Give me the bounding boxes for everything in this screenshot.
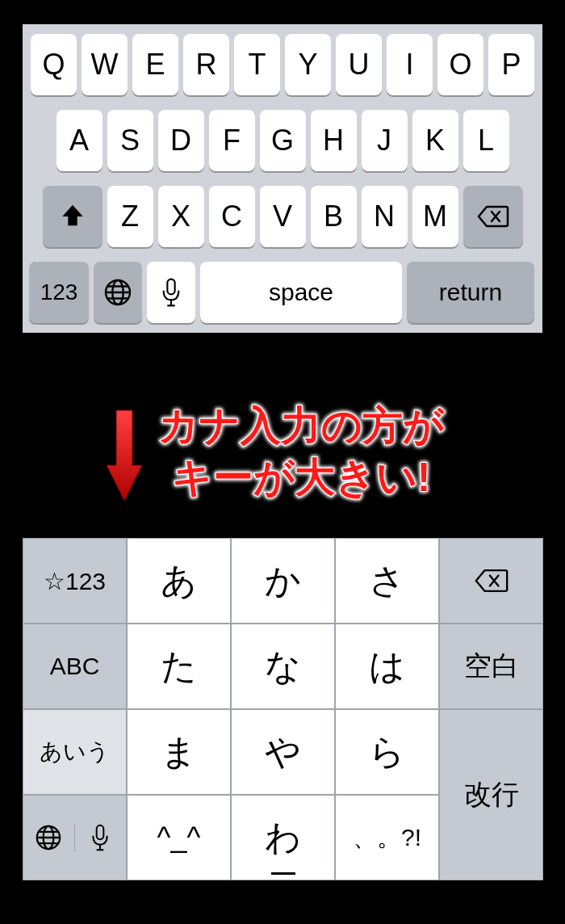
kana-wa-label: わ: [265, 814, 301, 862]
qwerty-row-2: A S D F G H J K L: [29, 110, 536, 171]
qwerty-row-1: Q W E R T Y U I O P: [29, 34, 536, 95]
kana-keyboard: ☆123 あ か さ ABC た な は 空白 あいう ま や ら 改行: [23, 538, 543, 880]
kana-space-key[interactable]: 空白: [439, 624, 543, 709]
qwerty-row-3: Z X C V B N M: [29, 186, 536, 247]
key-j[interactable]: J: [362, 110, 408, 171]
key-o[interactable]: O: [437, 34, 483, 95]
kana-ma-key[interactable]: ま: [127, 709, 231, 795]
key-q[interactable]: Q: [31, 34, 77, 95]
key-x[interactable]: X: [158, 186, 204, 247]
mic-key[interactable]: [147, 262, 195, 323]
annotation-line-1: カナ入力の方が: [158, 400, 444, 452]
key-r[interactable]: R: [183, 34, 229, 95]
key-c[interactable]: C: [209, 186, 255, 247]
key-t[interactable]: T: [234, 34, 280, 95]
backspace-key[interactable]: [463, 186, 523, 247]
key-y[interactable]: Y: [285, 34, 331, 95]
backspace-icon: [474, 568, 509, 594]
kana-mic-key[interactable]: [75, 822, 127, 853]
kana-sa-key[interactable]: さ: [335, 538, 439, 624]
kana-abc-key[interactable]: ABC: [23, 624, 127, 709]
kana-ra-key[interactable]: ら: [335, 709, 439, 795]
switch-123-key[interactable]: 123: [29, 262, 89, 323]
key-p[interactable]: P: [488, 34, 534, 95]
globe-icon: [35, 824, 62, 851]
svg-rect-5: [97, 825, 104, 839]
key-k[interactable]: K: [412, 110, 458, 171]
key-w[interactable]: W: [82, 34, 128, 95]
backspace-icon: [477, 204, 509, 229]
kana-backspace-key[interactable]: [439, 538, 543, 624]
key-g[interactable]: G: [260, 110, 306, 171]
mic-icon: [160, 276, 182, 309]
key-z[interactable]: Z: [107, 186, 153, 247]
annotation-text: カナ入力の方が キーが大きい!: [158, 400, 444, 503]
kana-star123-key[interactable]: ☆123: [23, 538, 127, 624]
globe-icon: [103, 278, 132, 307]
key-n[interactable]: N: [362, 186, 408, 247]
key-s[interactable]: S: [107, 110, 153, 171]
key-v[interactable]: V: [260, 186, 306, 247]
down-arrow-icon: [105, 407, 144, 504]
return-key[interactable]: return: [407, 262, 534, 323]
kana-globe-key[interactable]: [23, 824, 75, 851]
key-e[interactable]: E: [132, 34, 178, 95]
annotation: カナ入力の方が キーが大きい!: [105, 399, 541, 504]
key-b[interactable]: B: [311, 186, 357, 247]
kana-aiu-key[interactable]: あいう: [23, 709, 127, 795]
kana-emoticon-key[interactable]: ^_^: [127, 795, 231, 880]
key-u[interactable]: U: [336, 34, 382, 95]
kana-ha-key[interactable]: は: [335, 624, 439, 709]
shift-key[interactable]: [43, 186, 103, 247]
shift-icon: [59, 203, 86, 230]
key-d[interactable]: D: [158, 110, 204, 171]
key-h[interactable]: H: [311, 110, 357, 171]
mic-icon: [90, 822, 111, 853]
key-a[interactable]: A: [56, 110, 103, 171]
annotation-line-2: キーが大きい!: [158, 452, 444, 503]
key-i[interactable]: I: [387, 34, 433, 95]
kana-a-key[interactable]: あ: [127, 538, 231, 624]
kana-ta-key[interactable]: た: [127, 624, 231, 709]
kana-na-key[interactable]: な: [231, 624, 335, 709]
key-l[interactable]: L: [463, 110, 509, 171]
kana-ya-key[interactable]: や: [231, 709, 335, 795]
kana-punct-key[interactable]: 、。?!: [335, 795, 439, 880]
kana-wa-key[interactable]: わ: [231, 795, 335, 880]
svg-rect-2: [167, 279, 174, 295]
globe-key[interactable]: [94, 262, 142, 323]
key-m[interactable]: M: [412, 186, 458, 247]
kana-return-key[interactable]: 改行: [439, 709, 543, 880]
qwerty-bottom-row: 123 space return: [29, 262, 536, 323]
key-f[interactable]: F: [209, 110, 255, 171]
kana-wa-underline: [271, 872, 295, 875]
space-key[interactable]: space: [200, 262, 402, 323]
qwerty-keyboard: Q W E R T Y U I O P A S D F G H J K L Z …: [23, 24, 542, 333]
kana-ka-key[interactable]: か: [231, 538, 335, 624]
kana-globe-mic-cell: [23, 795, 127, 880]
